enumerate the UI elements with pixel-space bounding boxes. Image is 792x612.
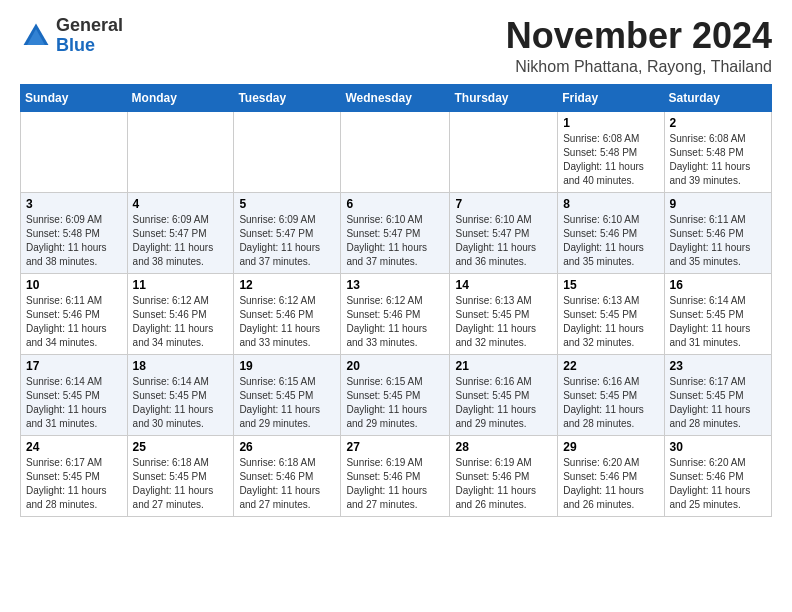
calendar-cell: 23Sunrise: 6:17 AM Sunset: 5:45 PM Dayli… bbox=[664, 354, 771, 435]
calendar-cell: 14Sunrise: 6:13 AM Sunset: 5:45 PM Dayli… bbox=[450, 273, 558, 354]
day-number: 21 bbox=[455, 359, 552, 373]
day-info: Sunrise: 6:13 AM Sunset: 5:45 PM Dayligh… bbox=[563, 294, 658, 350]
day-number: 20 bbox=[346, 359, 444, 373]
day-number: 17 bbox=[26, 359, 122, 373]
day-info: Sunrise: 6:10 AM Sunset: 5:47 PM Dayligh… bbox=[455, 213, 552, 269]
day-number: 27 bbox=[346, 440, 444, 454]
calendar-cell: 3Sunrise: 6:09 AM Sunset: 5:48 PM Daylig… bbox=[21, 192, 128, 273]
calendar-cell bbox=[341, 111, 450, 192]
day-info: Sunrise: 6:15 AM Sunset: 5:45 PM Dayligh… bbox=[346, 375, 444, 431]
calendar-cell: 1Sunrise: 6:08 AM Sunset: 5:48 PM Daylig… bbox=[558, 111, 664, 192]
calendar-cell: 12Sunrise: 6:12 AM Sunset: 5:46 PM Dayli… bbox=[234, 273, 341, 354]
day-number: 8 bbox=[563, 197, 658, 211]
day-info: Sunrise: 6:18 AM Sunset: 5:46 PM Dayligh… bbox=[239, 456, 335, 512]
calendar-week-3: 17Sunrise: 6:14 AM Sunset: 5:45 PM Dayli… bbox=[21, 354, 772, 435]
calendar-cell: 9Sunrise: 6:11 AM Sunset: 5:46 PM Daylig… bbox=[664, 192, 771, 273]
calendar-cell: 19Sunrise: 6:15 AM Sunset: 5:45 PM Dayli… bbox=[234, 354, 341, 435]
day-info: Sunrise: 6:18 AM Sunset: 5:45 PM Dayligh… bbox=[133, 456, 229, 512]
col-saturday: Saturday bbox=[664, 84, 771, 111]
day-info: Sunrise: 6:11 AM Sunset: 5:46 PM Dayligh… bbox=[670, 213, 766, 269]
calendar-cell: 29Sunrise: 6:20 AM Sunset: 5:46 PM Dayli… bbox=[558, 435, 664, 516]
col-sunday: Sunday bbox=[21, 84, 128, 111]
day-number: 3 bbox=[26, 197, 122, 211]
header-row: Sunday Monday Tuesday Wednesday Thursday… bbox=[21, 84, 772, 111]
calendar-cell: 27Sunrise: 6:19 AM Sunset: 5:46 PM Dayli… bbox=[341, 435, 450, 516]
subtitle: Nikhom Phattana, Rayong, Thailand bbox=[506, 58, 772, 76]
calendar-cell: 18Sunrise: 6:14 AM Sunset: 5:45 PM Dayli… bbox=[127, 354, 234, 435]
day-info: Sunrise: 6:14 AM Sunset: 5:45 PM Dayligh… bbox=[133, 375, 229, 431]
day-info: Sunrise: 6:13 AM Sunset: 5:45 PM Dayligh… bbox=[455, 294, 552, 350]
day-info: Sunrise: 6:10 AM Sunset: 5:46 PM Dayligh… bbox=[563, 213, 658, 269]
calendar-cell: 24Sunrise: 6:17 AM Sunset: 5:45 PM Dayli… bbox=[21, 435, 128, 516]
day-info: Sunrise: 6:16 AM Sunset: 5:45 PM Dayligh… bbox=[455, 375, 552, 431]
logo-icon bbox=[20, 20, 52, 52]
day-info: Sunrise: 6:11 AM Sunset: 5:46 PM Dayligh… bbox=[26, 294, 122, 350]
calendar-cell: 7Sunrise: 6:10 AM Sunset: 5:47 PM Daylig… bbox=[450, 192, 558, 273]
day-number: 9 bbox=[670, 197, 766, 211]
calendar-cell: 11Sunrise: 6:12 AM Sunset: 5:46 PM Dayli… bbox=[127, 273, 234, 354]
day-number: 10 bbox=[26, 278, 122, 292]
calendar-week-2: 10Sunrise: 6:11 AM Sunset: 5:46 PM Dayli… bbox=[21, 273, 772, 354]
calendar-cell: 25Sunrise: 6:18 AM Sunset: 5:45 PM Dayli… bbox=[127, 435, 234, 516]
day-number: 18 bbox=[133, 359, 229, 373]
day-number: 30 bbox=[670, 440, 766, 454]
day-number: 1 bbox=[563, 116, 658, 130]
calendar-header: Sunday Monday Tuesday Wednesday Thursday… bbox=[21, 84, 772, 111]
calendar: Sunday Monday Tuesday Wednesday Thursday… bbox=[20, 84, 772, 517]
day-number: 29 bbox=[563, 440, 658, 454]
day-info: Sunrise: 6:12 AM Sunset: 5:46 PM Dayligh… bbox=[346, 294, 444, 350]
day-number: 26 bbox=[239, 440, 335, 454]
calendar-cell: 2Sunrise: 6:08 AM Sunset: 5:48 PM Daylig… bbox=[664, 111, 771, 192]
calendar-cell bbox=[234, 111, 341, 192]
day-info: Sunrise: 6:17 AM Sunset: 5:45 PM Dayligh… bbox=[670, 375, 766, 431]
day-number: 5 bbox=[239, 197, 335, 211]
day-number: 2 bbox=[670, 116, 766, 130]
calendar-cell: 5Sunrise: 6:09 AM Sunset: 5:47 PM Daylig… bbox=[234, 192, 341, 273]
day-info: Sunrise: 6:09 AM Sunset: 5:47 PM Dayligh… bbox=[239, 213, 335, 269]
calendar-cell bbox=[127, 111, 234, 192]
day-info: Sunrise: 6:10 AM Sunset: 5:47 PM Dayligh… bbox=[346, 213, 444, 269]
calendar-cell: 15Sunrise: 6:13 AM Sunset: 5:45 PM Dayli… bbox=[558, 273, 664, 354]
calendar-cell: 30Sunrise: 6:20 AM Sunset: 5:46 PM Dayli… bbox=[664, 435, 771, 516]
page: General Blue November 2024 Nikhom Phatta… bbox=[0, 0, 792, 527]
calendar-cell: 21Sunrise: 6:16 AM Sunset: 5:45 PM Dayli… bbox=[450, 354, 558, 435]
calendar-cell: 17Sunrise: 6:14 AM Sunset: 5:45 PM Dayli… bbox=[21, 354, 128, 435]
col-wednesday: Wednesday bbox=[341, 84, 450, 111]
day-info: Sunrise: 6:14 AM Sunset: 5:45 PM Dayligh… bbox=[26, 375, 122, 431]
day-info: Sunrise: 6:14 AM Sunset: 5:45 PM Dayligh… bbox=[670, 294, 766, 350]
day-number: 4 bbox=[133, 197, 229, 211]
logo-blue: Blue bbox=[56, 35, 95, 55]
day-number: 19 bbox=[239, 359, 335, 373]
calendar-week-1: 3Sunrise: 6:09 AM Sunset: 5:48 PM Daylig… bbox=[21, 192, 772, 273]
day-number: 28 bbox=[455, 440, 552, 454]
calendar-body: 1Sunrise: 6:08 AM Sunset: 5:48 PM Daylig… bbox=[21, 111, 772, 516]
logo-text: General Blue bbox=[56, 16, 123, 56]
calendar-cell: 26Sunrise: 6:18 AM Sunset: 5:46 PM Dayli… bbox=[234, 435, 341, 516]
day-number: 11 bbox=[133, 278, 229, 292]
col-friday: Friday bbox=[558, 84, 664, 111]
day-number: 7 bbox=[455, 197, 552, 211]
day-info: Sunrise: 6:09 AM Sunset: 5:48 PM Dayligh… bbox=[26, 213, 122, 269]
day-info: Sunrise: 6:08 AM Sunset: 5:48 PM Dayligh… bbox=[563, 132, 658, 188]
day-number: 6 bbox=[346, 197, 444, 211]
col-monday: Monday bbox=[127, 84, 234, 111]
day-info: Sunrise: 6:17 AM Sunset: 5:45 PM Dayligh… bbox=[26, 456, 122, 512]
logo-general: General bbox=[56, 15, 123, 35]
col-tuesday: Tuesday bbox=[234, 84, 341, 111]
day-number: 24 bbox=[26, 440, 122, 454]
calendar-week-0: 1Sunrise: 6:08 AM Sunset: 5:48 PM Daylig… bbox=[21, 111, 772, 192]
day-info: Sunrise: 6:12 AM Sunset: 5:46 PM Dayligh… bbox=[133, 294, 229, 350]
calendar-cell: 13Sunrise: 6:12 AM Sunset: 5:46 PM Dayli… bbox=[341, 273, 450, 354]
header: General Blue November 2024 Nikhom Phatta… bbox=[20, 16, 772, 76]
calendar-cell: 10Sunrise: 6:11 AM Sunset: 5:46 PM Dayli… bbox=[21, 273, 128, 354]
calendar-cell bbox=[450, 111, 558, 192]
day-number: 15 bbox=[563, 278, 658, 292]
calendar-cell: 16Sunrise: 6:14 AM Sunset: 5:45 PM Dayli… bbox=[664, 273, 771, 354]
calendar-cell bbox=[21, 111, 128, 192]
title-block: November 2024 Nikhom Phattana, Rayong, T… bbox=[506, 16, 772, 76]
day-info: Sunrise: 6:15 AM Sunset: 5:45 PM Dayligh… bbox=[239, 375, 335, 431]
day-info: Sunrise: 6:20 AM Sunset: 5:46 PM Dayligh… bbox=[563, 456, 658, 512]
day-info: Sunrise: 6:08 AM Sunset: 5:48 PM Dayligh… bbox=[670, 132, 766, 188]
calendar-week-4: 24Sunrise: 6:17 AM Sunset: 5:45 PM Dayli… bbox=[21, 435, 772, 516]
logo: General Blue bbox=[20, 16, 123, 56]
